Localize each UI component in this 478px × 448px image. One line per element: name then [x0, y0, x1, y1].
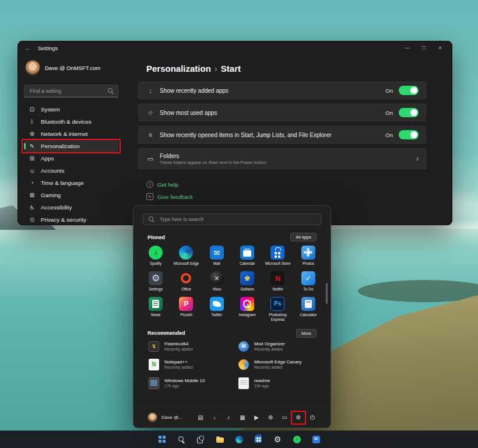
start-search[interactable]	[143, 214, 321, 225]
sidebar-item-personalization[interactable]: ✎Personalization	[24, 140, 118, 152]
recently-added-icon: ↓	[146, 88, 155, 94]
taskbar-file-explorer-button[interactable]	[213, 432, 227, 446]
recommended-item-meta: Recently added	[164, 347, 193, 351]
app-tile-twitter[interactable]: Twitter	[202, 294, 232, 323]
toggle-knob	[410, 109, 417, 116]
start-footer-documents-button[interactable]: ▤	[196, 414, 205, 422]
app-tile-spotify[interactable]: ♪Spotify	[140, 243, 171, 267]
taskbar-settings-button[interactable]: ⚙	[270, 432, 284, 446]
sidebar-item-label: System	[41, 106, 60, 113]
settings-gear-icon: ⚙	[274, 435, 282, 443]
app-tile-label: PicsArt	[180, 313, 192, 317]
gaming-icon: ⊠	[29, 192, 36, 198]
app-tile-calendar[interactable]: Calendar	[232, 243, 262, 267]
videos-icon: ▶	[254, 415, 259, 421]
recommended-item-meta: Recently added	[164, 365, 193, 369]
settings-nav: ⊡SystemᛒBluetooth & devices⊕Network & in…	[24, 103, 118, 226]
search-icon	[108, 88, 114, 94]
app-tile-solitaire[interactable]: ♚Solitaire	[232, 268, 262, 293]
give-feedback-link[interactable]: ✎Give feedback	[146, 193, 193, 200]
app-tile-office[interactable]: Office	[171, 268, 201, 293]
taskbar-task-view-button[interactable]	[194, 432, 208, 446]
app-tile-settings[interactable]: ⚙Settings	[140, 268, 171, 293]
recommended-item-name: Mod Organizer	[254, 341, 285, 346]
window-title: Settings	[38, 45, 58, 51]
start-footer-pictures-button[interactable]: ▦	[238, 414, 247, 422]
app-tile-netflix[interactable]: NNetflix	[262, 268, 293, 293]
app-tile-label: Spotify	[150, 261, 161, 266]
recommended-item-mod-organizer[interactable]: MMod OrganizerRecently added	[235, 340, 319, 354]
sidebar-item-accessibility[interactable]: ♿Accessibility	[24, 201, 118, 214]
toggle-switch[interactable]	[399, 130, 419, 139]
app-tile-photos[interactable]: Photos	[293, 243, 324, 267]
settings-search[interactable]	[24, 85, 118, 97]
settings-row-folders[interactable]: ▭ Folders These folders appear on Start …	[138, 148, 426, 169]
recommended-item-microsoft-edge-canary[interactable]: Microsoft Edge CanaryRecently added	[235, 357, 319, 372]
breadcrumb-parent[interactable]: Personalization	[146, 64, 211, 74]
sidebar-item-bluetooth-devices[interactable]: ᛒBluetooth & devices	[24, 116, 118, 128]
app-tile-label: Netflix	[272, 287, 283, 292]
recommended-item-flashtool64[interactable]: ↯Flashtool64Recently added	[145, 340, 229, 354]
xbox-icon: ×	[210, 271, 224, 285]
store-icon	[270, 246, 284, 260]
app-tile-xbox[interactable]: ×Xbox	[202, 268, 232, 293]
toggle-switch[interactable]	[399, 86, 419, 95]
sidebar-item-accounts[interactable]: ☺Accounts	[24, 164, 118, 177]
app-tile-label: Xbox	[212, 287, 221, 292]
recommended-item-notepad[interactable]: NNotepad++Recently added	[145, 357, 229, 372]
sidebar-item-apps[interactable]: ⊞Apps	[24, 152, 118, 164]
get-help-link[interactable]: ?Get help	[146, 181, 178, 188]
start-footer-downloads-button[interactable]: ↓	[210, 414, 219, 422]
more-button[interactable]: More	[296, 329, 317, 338]
sidebar-item-network-internet[interactable]: ⊕Network & internet	[24, 128, 118, 140]
start-footer-videos-button[interactable]: ▶	[252, 414, 261, 422]
close-button[interactable]: ×	[432, 41, 448, 54]
app-tile-instagram[interactable]: Instagram	[232, 294, 262, 323]
start-user-button[interactable]: Dave @...	[147, 412, 182, 422]
app-tile-label: Photos	[303, 261, 314, 266]
app-tile-calculator[interactable]: Calculator	[293, 294, 324, 323]
app-tile-news[interactable]: News	[140, 294, 171, 323]
app-tile-to-do[interactable]: ✓To Do	[293, 268, 324, 293]
taskbar-search-button[interactable]	[174, 432, 188, 446]
sidebar-item-privacy-security[interactable]: ⊙Privacy & security	[24, 214, 118, 226]
sidebar-item-time-language[interactable]: ◔Time & language	[24, 177, 118, 189]
titlebar[interactable]: ← Settings — □ ×	[18, 41, 452, 54]
taskbar-mail-button[interactable]: ✉	[309, 432, 323, 446]
settings-search-input[interactable]	[29, 88, 108, 94]
start-footer-settings-button[interactable]: ⚙	[294, 414, 303, 422]
recommended-item-windows-mobile-10[interactable]: Windows Mobile 1017h ago	[145, 376, 229, 391]
start-footer-power-button[interactable]	[308, 414, 317, 422]
minimize-button[interactable]: —	[399, 41, 416, 54]
edge-icon	[236, 436, 243, 443]
taskbar-edge-button[interactable]	[232, 432, 246, 446]
maximize-button[interactable]: □	[416, 41, 432, 54]
app-tile-microsoft-edge[interactable]: Microsoft Edge	[171, 243, 201, 267]
all-apps-button[interactable]: All apps	[290, 233, 317, 242]
app-tile-photoshop-express[interactable]: PsPhotoshop Express	[262, 294, 293, 323]
sidebar-item-gaming[interactable]: ⊠Gaming	[24, 189, 118, 201]
start-footer-music-button[interactable]: ♪	[224, 414, 233, 422]
sidebar-item-system[interactable]: ⊡System	[24, 103, 118, 116]
app-tile-label: Settings	[149, 287, 163, 292]
app-tile-microsoft-store[interactable]: Microsoft Store	[262, 243, 293, 267]
settings-main: Personalization›Start ↓Show recently add…	[124, 54, 452, 225]
sidebar-item-label: Accessibility	[41, 204, 72, 211]
taskbar-start-button[interactable]	[155, 432, 169, 446]
user-profile[interactable]: Dave @ OnMSFT.com	[24, 58, 118, 78]
calendar-icon	[240, 246, 254, 260]
app-tile-mail[interactable]: ✉Mail	[202, 243, 232, 267]
start-search-input[interactable]	[159, 216, 315, 223]
recommended-item-readme[interactable]: readme19h ago	[235, 376, 319, 391]
app-tile-label: Solitaire	[240, 287, 254, 292]
recommended-item-name: Notepad++	[164, 359, 193, 365]
toggle-switch[interactable]	[399, 108, 419, 117]
start-footer-file-explorer-button[interactable]: ▭	[280, 414, 289, 422]
taskbar-spotify-button[interactable]: ♪	[290, 432, 304, 446]
start-footer-network-button[interactable]: ⊕	[266, 414, 275, 422]
start-scrollbar[interactable]	[326, 283, 328, 304]
taskbar-store-button[interactable]	[251, 432, 265, 446]
recommended-grid: ↯Flashtool64Recently addedMMod Organizer…	[145, 340, 319, 391]
back-button[interactable]: ←	[22, 45, 34, 51]
app-tile-picsart[interactable]: PPicsArt	[171, 294, 201, 323]
